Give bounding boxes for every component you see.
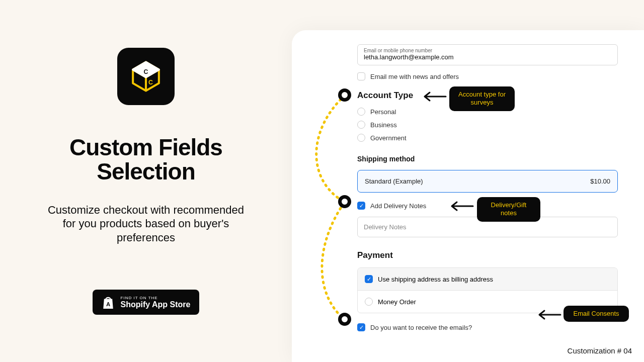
email-consent-label: Do you want to receive the emails?	[370, 324, 472, 331]
arrow-icon	[536, 309, 561, 321]
svg-text:A: A	[106, 301, 110, 307]
svg-text:C: C	[148, 79, 153, 86]
newsletter-checkbox-row[interactable]: Email me with news and offers	[357, 72, 618, 80]
radio-unchecked-icon	[365, 298, 373, 306]
delivery-notes-placeholder: Delivery Notes	[364, 223, 407, 231]
badge-big-text: Shopify App Store	[121, 300, 191, 309]
checkbox-checked-icon: ✓	[357, 202, 365, 210]
shipping-method-name: Standard (Example)	[365, 177, 423, 185]
shipping-method-option[interactable]: Standard (Example) $10.00	[357, 170, 618, 193]
callout-email-consents: Email Consents	[564, 306, 629, 322]
use-shipping-address-label: Use shipping address as billing address	[378, 276, 493, 283]
shipping-method-price: $10.00	[590, 177, 610, 185]
radio-label: Business	[370, 121, 397, 129]
app-logo: C C	[117, 48, 175, 105]
cube-icon: C C	[129, 59, 163, 94]
add-delivery-notes-label: Add Delivery Notes	[370, 202, 426, 210]
radio-unchecked-icon	[357, 121, 365, 129]
checkbox-unchecked-icon	[357, 72, 365, 80]
page-subhead: Customize checkout with recommended for …	[40, 203, 252, 245]
badge-text: FIND IT ON THE Shopify App Store	[121, 296, 191, 309]
radio-unchecked-icon	[357, 108, 365, 116]
callout-account-type: Account type for surveys	[449, 86, 515, 111]
arrow-icon	[422, 90, 447, 103]
radio-unchecked-icon	[357, 134, 365, 142]
badge-small-text: FIND IT ON THE	[121, 296, 191, 300]
left-panel: C C Custom Fields Selection Customize ch…	[0, 0, 292, 362]
email-field[interactable]: Email or mobile phone number letha.langw…	[357, 44, 618, 65]
newsletter-label: Email me with news and offers	[370, 73, 459, 80]
callout-delivery-notes: Delivery/Gift notes	[477, 197, 540, 222]
shipping-method-title: Shipping method	[357, 155, 618, 163]
radio-label: Government	[370, 134, 407, 142]
connector-dot	[338, 195, 351, 208]
connector-dot	[338, 88, 351, 102]
shopify-app-store-badge[interactable]: A FIND IT ON THE Shopify App Store	[93, 290, 200, 315]
connector-dot	[338, 313, 351, 326]
radio-label: Personal	[370, 108, 396, 116]
use-shipping-address-row[interactable]: ✓ Use shipping address as billing addres…	[358, 268, 617, 291]
headline-line2: Selection	[69, 159, 222, 184]
payment-method-label: Money Order	[378, 298, 416, 306]
account-type-option[interactable]: Government	[357, 134, 618, 142]
email-field-value: letha.langworth@example.com	[364, 53, 611, 61]
headline-line1: Custom Fields	[69, 135, 222, 159]
svg-text:C: C	[144, 68, 148, 75]
payment-title: Payment	[357, 250, 618, 260]
checkbox-checked-icon: ✓	[365, 275, 373, 283]
account-type-option[interactable]: Business	[357, 121, 618, 129]
customization-number: Customization # 04	[568, 346, 632, 355]
email-consent-row[interactable]: ✓ Do you want to receive the emails?	[357, 323, 618, 331]
arrow-icon	[449, 200, 474, 212]
page-headline: Custom Fields Selection	[69, 135, 222, 184]
checkbox-checked-icon: ✓	[357, 323, 365, 331]
shopify-bag-icon: A	[102, 295, 115, 310]
email-field-label: Email or mobile phone number	[364, 48, 611, 53]
